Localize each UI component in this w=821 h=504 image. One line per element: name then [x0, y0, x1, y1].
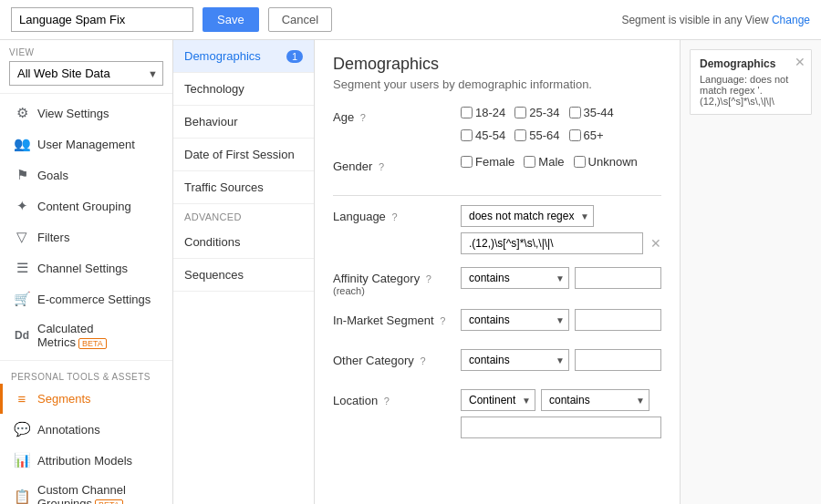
tab-demographics[interactable]: Demographics 1 [173, 40, 314, 73]
advanced-label: Advanced [173, 204, 314, 226]
language-condition-select[interactable]: does not match regex contains matches re… [461, 205, 594, 227]
sidebar-item-custom-channel-groupings[interactable]: 📋 Custom Channel GroupingsBETA [0, 476, 172, 504]
tab-behaviour[interactable]: Behaviour [173, 106, 314, 139]
language-row: Language ? does not match regex contains… [333, 205, 661, 254]
gender-unknown[interactable]: Unknown [574, 155, 638, 169]
cancel-button[interactable]: Cancel [268, 7, 332, 32]
location-help-icon[interactable]: ? [384, 396, 390, 406]
location-geo-select[interactable]: Continent Country Region City [461, 389, 535, 411]
location-controls: Continent Country Region City ▼ contains… [461, 389, 661, 438]
language-clear-icon[interactable]: ✕ [650, 236, 661, 251]
location-value-input[interactable] [461, 417, 661, 438]
location-geo-wrapper: Continent Country Region City ▼ [461, 389, 535, 411]
sidebar-item-goals[interactable]: ⚑ Goals [0, 159, 172, 190]
tab-sequences[interactable]: Sequences [173, 259, 314, 292]
in-market-label: In-Market Segment ? [333, 309, 461, 327]
age-65plus[interactable]: 65+ [569, 129, 604, 142]
channel-icon: ☰ [14, 260, 30, 276]
language-condition-wrapper: does not match regex contains matches re… [461, 205, 594, 227]
gender-male[interactable]: Male [524, 155, 564, 169]
tab-conditions[interactable]: Conditions [173, 226, 314, 259]
sidebar-item-ecommerce-settings[interactable]: 🛒 E-commerce Settings [0, 283, 172, 314]
age-45-54[interactable]: 45-54 [461, 129, 505, 142]
sidebar-item-segments[interactable]: ≡ Segments [0, 384, 172, 414]
sidebar-item-user-management[interactable]: 👥 User Management [0, 129, 172, 159]
other-category-help-icon[interactable]: ? [421, 355, 426, 366]
custom-channel-icon: 📋 [14, 489, 30, 504]
gender-help-icon[interactable]: ? [379, 161, 384, 172]
tab-label: Conditions [184, 235, 240, 249]
location-row: Location ? Continent Country Region City… [333, 389, 661, 438]
age-controls: 18-24 25-34 35-44 45-54 55-64 65+ [461, 106, 661, 142]
attribution-icon: 📊 [14, 452, 30, 468]
in-market-value-input[interactable] [575, 309, 661, 331]
sidebar-item-filters[interactable]: ▽ Filters [0, 221, 172, 252]
change-link[interactable]: Change [772, 14, 810, 26]
sidebar-item-view-settings[interactable]: ⚙ View Settings [0, 98, 172, 129]
location-condition-select[interactable]: contains does not contain [541, 389, 650, 411]
age-checkbox-group: 18-24 25-34 35-44 45-54 55-64 65+ [461, 106, 661, 142]
right-panel: Demographics Language: does not match re… [680, 40, 821, 504]
other-category-label: Other Category ? [333, 349, 461, 367]
affinity-help-icon[interactable]: ? [426, 273, 431, 284]
dd-icon: Dd [14, 329, 30, 342]
content-subtitle: Segment your users by demographic inform… [333, 77, 661, 91]
age-55-64[interactable]: 55-64 [514, 129, 559, 142]
language-value-input[interactable] [461, 232, 643, 254]
main-layout: VIEW All Web Site Data ▼ ⚙ View Settings… [0, 40, 821, 504]
sidebar: VIEW All Web Site Data ▼ ⚙ View Settings… [0, 40, 173, 504]
settings-icon: ⚙ [14, 105, 30, 121]
filters-icon: ▽ [14, 229, 30, 245]
top-bar: Save Cancel Segment is visible in any Vi… [0, 0, 821, 40]
nav-divider-2 [0, 360, 172, 361]
tab-technology[interactable]: Technology [173, 73, 314, 106]
content-area: Demographics Segment your users by demog… [315, 40, 680, 504]
age-18-24[interactable]: 18-24 [461, 106, 505, 119]
personal-tools-label: PERSONAL TOOLS & ASSETS [0, 365, 172, 384]
affinity-value-input[interactable] [575, 267, 661, 289]
sidebar-item-content-grouping[interactable]: ✦ Content Grouping [0, 190, 172, 221]
gender-checkbox-group: Female Male Unknown [461, 155, 638, 169]
affinity-condition-select[interactable]: contains does not contain [461, 267, 569, 289]
save-button[interactable]: Save [203, 7, 259, 32]
in-market-condition-select[interactable]: contains does not contain [461, 309, 569, 331]
beta-badge-2: BETA [95, 499, 123, 504]
tab-traffic-sources[interactable]: Traffic Sources [173, 171, 314, 204]
tab-label: Sequences [184, 268, 244, 282]
age-35-44[interactable]: 35-44 [569, 106, 614, 119]
tab-label: Behaviour [184, 115, 238, 129]
sidebar-item-label: Content Grouping [37, 200, 131, 213]
segment-name-input[interactable] [11, 7, 193, 32]
sidebar-item-label: Attribution Models [37, 454, 132, 468]
view-section: VIEW All Web Site Data ▼ [0, 40, 172, 89]
age-row: Age ? 18-24 25-34 35-44 45-54 55-64 65+ [333, 106, 661, 142]
view-select[interactable]: All Web Site Data [9, 61, 163, 86]
sidebar-item-attribution-models[interactable]: 📊 Attribution Models [0, 445, 172, 476]
summary-card: Demographics Language: does not match re… [690, 49, 812, 115]
age-25-34[interactable]: 25-34 [514, 106, 559, 119]
sidebar-item-label: Channel Settings [37, 262, 128, 275]
sidebar-item-label: Filters [37, 231, 69, 244]
beta-badge: BETA [78, 338, 107, 349]
language-help-icon[interactable]: ? [391, 211, 397, 222]
other-cat-condition-wrapper: contains does not contain ▼ [461, 349, 569, 371]
gender-controls: Female Male Unknown [461, 155, 661, 169]
tab-badge: 1 [286, 50, 303, 63]
other-cat-condition-select[interactable]: contains does not contain [461, 349, 569, 371]
sidebar-item-channel-settings[interactable]: ☰ Channel Settings [0, 252, 172, 283]
summary-close-icon[interactable]: ✕ [795, 55, 805, 69]
age-help-icon[interactable]: ? [360, 112, 366, 123]
sidebar-item-label: Calculated MetricsBETA [37, 322, 161, 349]
tab-date-of-first-session[interactable]: Date of First Session [173, 139, 314, 171]
other-cat-value-input[interactable] [575, 349, 661, 371]
view-select-wrapper: All Web Site Data ▼ [9, 61, 163, 86]
affinity-controls: contains does not contain ▼ [461, 267, 661, 289]
sidebar-item-calculated-metrics[interactable]: Dd Calculated MetricsBETA [0, 314, 172, 356]
gender-female[interactable]: Female [461, 155, 514, 169]
other-category-controls: contains does not contain ▼ [461, 349, 661, 371]
tab-label: Demographics [184, 49, 261, 63]
location-label: Location ? [333, 389, 461, 407]
in-market-help-icon[interactable]: ? [440, 315, 445, 326]
tab-label: Date of First Session [184, 148, 295, 161]
sidebar-item-annotations[interactable]: 💬 Annotations [0, 414, 172, 445]
